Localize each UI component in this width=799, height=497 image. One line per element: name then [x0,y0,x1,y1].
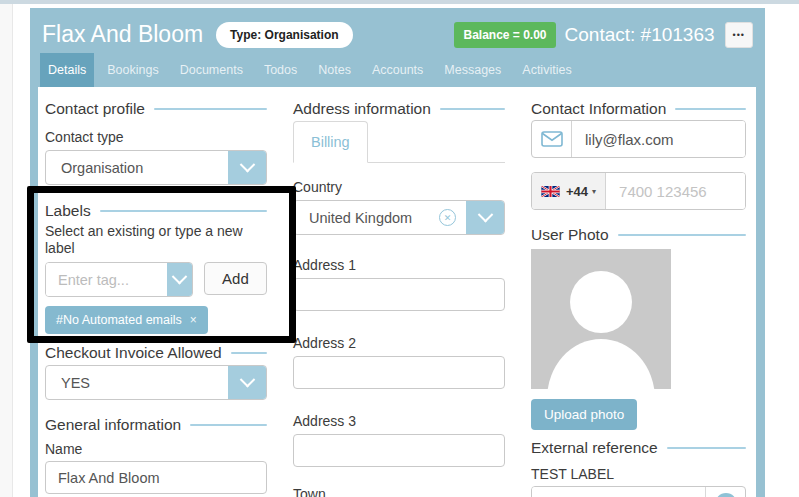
details-panel: Contact profile Contact type Organisatio… [38,87,756,497]
balance-badge: Balance = 0.00 [454,22,555,48]
add-tag-button[interactable]: Add [204,262,267,295]
email-input-group [531,120,746,158]
country-label: Country [293,179,505,195]
external-reference-group [531,486,746,497]
more-actions-button[interactable]: ••• [725,22,753,48]
labels-heading: Labels [45,202,267,220]
uk-flag-icon [541,186,560,197]
email-input[interactable] [572,121,745,157]
contact-information-heading: Contact Information [531,100,746,118]
tab-documents[interactable]: Documents [172,53,251,87]
address2-label: Address 2 [293,335,505,351]
tag-entry-row: Add [45,262,267,297]
tab-notes[interactable]: Notes [310,53,359,87]
tag-remove-icon[interactable]: × [190,313,197,327]
tag-input[interactable] [46,263,167,296]
top-band [0,0,799,4]
user-photo-heading: User Photo [531,226,746,244]
contact-type-label: Contact type [45,129,267,145]
tab-bookings[interactable]: Bookings [99,53,166,87]
tab-messages[interactable]: Messages [436,53,509,87]
envelope-icon [532,121,572,157]
phone-input[interactable] [606,173,745,209]
tag-input-group [45,262,193,297]
country-value: United Kingdom [309,210,412,226]
checkout-invoice-value: YES [46,366,228,399]
external-reference-heading: External reference [531,439,746,457]
page-title: Flax And Bloom [42,21,203,48]
contact-type-value: Organisation [46,151,228,184]
external-reference-action [705,487,745,497]
address2-input[interactable] [293,356,505,389]
checkout-chevron-down-icon[interactable] [228,366,266,399]
general-information-heading: General information [45,416,267,434]
phone-country-code: +44 [566,184,588,199]
address3-label: Address 3 [293,413,505,429]
tab-activities[interactable]: Activities [514,53,579,87]
phone-country-selector[interactable]: +44 ▾ [532,173,606,209]
user-photo-placeholder [531,249,671,389]
external-reference-input[interactable] [532,487,705,497]
phone-caret-icon: ▾ [592,187,596,196]
town-label: Town [293,486,505,497]
tab-accounts[interactable]: Accounts [364,53,431,87]
phone-input-group: +44 ▾ [531,172,746,210]
checkout-invoice-select[interactable]: YES [45,365,267,400]
left-gutter [0,4,13,497]
column-address: Address information Billing Country Unit… [293,100,505,497]
address-information-heading: Address information [293,100,505,118]
column-contact-info: Contact Information +44 ▾ User Photo [531,100,746,497]
chevron-down-icon[interactable] [228,151,266,184]
name-label: Name [45,441,267,457]
checkout-invoice-heading: Checkout Invoice Allowed [45,344,267,362]
contact-number: Contact: #101363 [565,24,715,46]
contact-card: Flax And Bloom Type: Organisation Balanc… [30,8,765,497]
test-label: TEST LABEL [531,466,746,482]
address3-input[interactable] [293,434,505,467]
address1-label: Address 1 [293,257,505,273]
labels-hint: Select an existing or type a new label [45,223,260,257]
tag-chevron-down-icon[interactable] [167,263,192,296]
tag-chip[interactable]: #No Automated emails × [45,306,208,334]
card-header: Flax And Bloom Type: Organisation Balanc… [30,8,765,48]
main-tabs: Details Bookings Documents Todos Notes A… [30,53,765,87]
tab-todos[interactable]: Todos [256,53,305,87]
clear-country-icon[interactable]: ✕ [439,209,456,226]
tab-billing[interactable]: Billing [293,121,368,163]
country-chevron-down-icon[interactable] [466,201,504,234]
tag-chip-label: #No Automated emails [56,313,182,327]
column-contact-profile: Contact profile Contact type Organisatio… [45,100,267,497]
address1-input[interactable] [293,278,505,311]
type-badge: Type: Organisation [216,22,352,48]
tab-details[interactable]: Details [40,53,94,87]
external-reference-round-button[interactable] [715,493,737,497]
address-tabs: Billing [293,121,505,163]
contact-profile-heading: Contact profile [45,100,267,118]
country-select[interactable]: United Kingdom ✕ [293,200,505,235]
upload-photo-button[interactable]: Upload photo [531,399,637,430]
name-input[interactable] [45,461,267,494]
contact-type-select[interactable]: Organisation [45,150,267,185]
